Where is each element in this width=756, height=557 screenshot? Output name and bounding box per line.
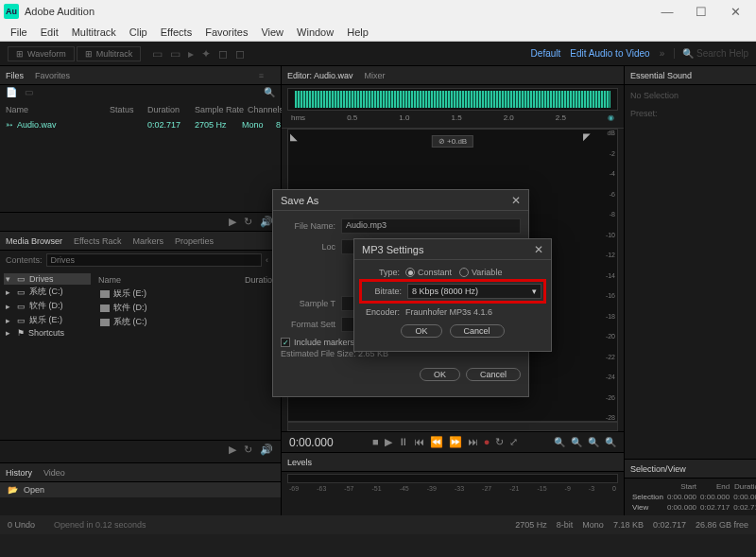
close-icon[interactable]: ✕	[511, 194, 521, 207]
contents-select[interactable]: Drives	[46, 253, 262, 267]
record-button[interactable]: ●	[484, 436, 490, 448]
tab-editor[interactable]: Editor: Audio.wav	[287, 71, 353, 80]
tab-history[interactable]: History	[6, 468, 32, 478]
radio-constant[interactable]: Constant	[405, 268, 452, 277]
tab-media-browser[interactable]: Media Browser	[6, 236, 62, 246]
levels-scale: -69-63-57-51-45-39-33-27-21-15-9-30	[282, 485, 624, 492]
ok-button[interactable]: OK	[401, 324, 441, 338]
folder-item[interactable]: 娱乐 (E:)	[98, 287, 277, 301]
drive-item[interactable]: ▸▭ 系统 (C:)	[4, 285, 91, 299]
include-checkbox[interactable]: ✓	[281, 338, 290, 347]
tab-files[interactable]: Files	[6, 71, 24, 80]
drive-item[interactable]: ▸▭ 软件 (D:)	[4, 299, 91, 313]
volume-hud[interactable]: ⊘ +0.dB	[432, 135, 473, 148]
tab-effects-rack[interactable]: Effects Rack	[74, 236, 121, 246]
skip-sel-button[interactable]: ⤢	[509, 436, 518, 448]
col-duration[interactable]: Duration	[147, 105, 195, 114]
tab-properties[interactable]: Properties	[175, 236, 214, 246]
ok-button[interactable]: OK	[420, 368, 460, 381]
cancel-button[interactable]: Cancel	[450, 324, 505, 338]
menu-multitrack[interactable]: Multitrack	[65, 26, 123, 38]
tab-essential-sound[interactable]: Essential Sound	[630, 71, 692, 80]
tab-favorites[interactable]: Favorites	[35, 71, 70, 80]
marker-icon[interactable]: ◣	[290, 131, 298, 142]
ffwd-button[interactable]: ⏩	[449, 436, 462, 448]
filename-field[interactable]: Audio.mp3	[341, 218, 521, 234]
tab-markers[interactable]: Markers	[132, 236, 163, 246]
folder-item[interactable]: 软件 (D:)	[98, 301, 277, 315]
pause-button[interactable]: ⏸	[398, 436, 408, 448]
menu-edit[interactable]: Edit	[34, 26, 65, 38]
loop-button[interactable]: ↻	[495, 436, 504, 448]
menu-clip[interactable]: Clip	[123, 26, 154, 38]
tab-mixer[interactable]: Mixer	[365, 71, 386, 80]
file-row[interactable]: ➳Audio.wav 0:02.717 2705 Hz Mono 8	[0, 117, 281, 132]
folder-item[interactable]: 系统 (C:)	[98, 315, 277, 329]
zoom-icon[interactable]: 🔍	[571, 437, 582, 447]
nav-back-icon[interactable]: ‹	[266, 255, 268, 265]
marker-icon[interactable]: ◤	[583, 131, 591, 142]
minimize-button[interactable]: —	[650, 5, 684, 19]
play-button[interactable]: ▶	[385, 436, 392, 448]
menu-window[interactable]: Window	[290, 26, 340, 38]
stop-button[interactable]: ■	[372, 436, 379, 448]
waveform-tab[interactable]: ⊞ Waveform	[8, 46, 75, 61]
search-icon[interactable]: 🔍	[264, 87, 275, 100]
zoom-icon[interactable]: 🔍	[605, 437, 616, 447]
tool-icon[interactable]: ▸	[188, 47, 194, 61]
zoom-icon[interactable]: 🔍	[554, 437, 565, 447]
radio-variable[interactable]: Variable	[459, 268, 502, 277]
maximize-button[interactable]: ☐	[684, 5, 718, 19]
history-open[interactable]: 📂Open	[0, 482, 281, 497]
cancel-button[interactable]: Cancel	[466, 368, 521, 381]
close-button[interactable]: ✕	[718, 5, 752, 19]
menu-effects[interactable]: Effects	[154, 26, 198, 38]
loop-icon[interactable]: ↻	[244, 216, 252, 228]
shortcuts[interactable]: ▸⚑ Shortcuts	[4, 327, 91, 339]
tab-levels[interactable]: Levels	[287, 458, 312, 467]
mb-col-name[interactable]: Name	[98, 275, 245, 285]
bitrate-label: Bitrate:	[364, 287, 407, 296]
menu-favorites[interactable]: Favorites	[198, 26, 254, 38]
spectral-toggle-icon[interactable]: ◉	[608, 113, 614, 128]
panel-menu-icon[interactable]: ≡	[259, 71, 264, 80]
tool-icon[interactable]: ◻	[218, 47, 228, 61]
volume-icon[interactable]: 🔊	[260, 216, 273, 228]
col-samplerate[interactable]: Sample Rate	[195, 105, 248, 114]
drive-item[interactable]: ▸▭ 娱乐 (E:)	[4, 313, 91, 327]
search-input[interactable]: 🔍 Search Help	[674, 48, 748, 59]
tool-icon[interactable]: ◻	[235, 47, 245, 61]
col-status[interactable]: Status	[110, 105, 147, 114]
workspace-more-icon[interactable]: »	[660, 48, 665, 59]
col-name[interactable]: Name	[6, 105, 110, 114]
rewind-button[interactable]: ⏪	[430, 436, 443, 448]
tool-icon[interactable]: ▭	[170, 47, 180, 61]
horizontal-scrollbar[interactable]	[287, 422, 618, 431]
menu-view[interactable]: View	[254, 26, 290, 38]
zoom-icon[interactable]: 🔍	[588, 437, 599, 447]
tool-icon[interactable]: ✦	[201, 47, 211, 61]
skip-fwd-button[interactable]: ⏭	[468, 436, 478, 448]
col-channels[interactable]: Channels	[248, 105, 284, 114]
menu-file[interactable]: File	[4, 26, 34, 38]
open-file-icon[interactable]: ▭	[25, 87, 33, 100]
play-icon[interactable]: ▶	[229, 444, 236, 456]
overview-waveform[interactable]	[287, 88, 618, 111]
tab-video[interactable]: Video	[43, 468, 65, 478]
skip-back-button[interactable]: ⏮	[414, 436, 424, 448]
new-file-icon[interactable]: 📄	[6, 87, 17, 100]
menu-help[interactable]: Help	[340, 26, 375, 38]
time-ruler[interactable]: hms 0.5 1.0 1.5 2.0 2.5 ◉	[282, 113, 624, 129]
tool-icon[interactable]: ▭	[152, 47, 163, 61]
multitrack-tab[interactable]: ⊞ Multitrack	[77, 46, 142, 61]
workspace-editav[interactable]: Edit Audio to Video	[570, 48, 649, 59]
bitrate-select[interactable]: 8 Kbps (8000 Hz)▾	[407, 284, 541, 299]
loop-icon[interactable]: ↻	[244, 444, 252, 456]
drives-root[interactable]: ▾▭ Drives	[4, 273, 91, 285]
tab-selection-view[interactable]: Selection/View	[630, 464, 686, 474]
workspace-default[interactable]: Default	[531, 48, 561, 59]
play-icon[interactable]: ▶	[229, 216, 236, 228]
volume-icon[interactable]: 🔊	[260, 444, 273, 456]
toolbar: ⊞ Waveform ⊞ Multitrack ▭ ▭ ▸ ✦ ◻ ◻ Defa…	[0, 42, 756, 66]
close-icon[interactable]: ✕	[534, 243, 543, 256]
